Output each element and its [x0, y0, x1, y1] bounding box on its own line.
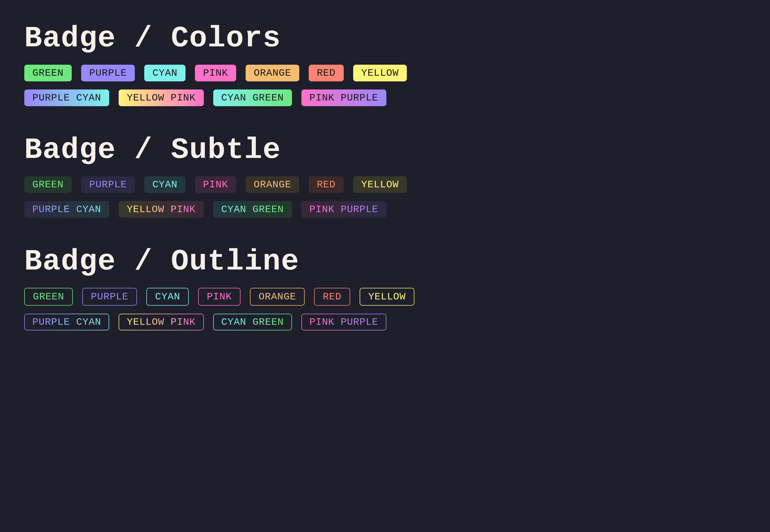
- badge-subtle-purple-cyan: PURPLE CYAN: [24, 201, 109, 218]
- badge-outline-cyan-green: CYAN GREEN: [213, 314, 292, 330]
- badge-subtle-cyan: CYAN: [144, 176, 185, 193]
- badge-solid-green: GREEN: [24, 65, 72, 81]
- badge-outline-pink: PINK: [198, 288, 240, 306]
- section-subtle-title: Badge / Subtle: [24, 133, 746, 167]
- badge-solid-cyan-green: CYAN GREEN: [213, 89, 292, 106]
- badge-subtle-yellow-pink: YELLOW PINK: [119, 201, 203, 218]
- section-colors: Badge / Colors GREEN PURPLE CYAN PINK OR…: [24, 22, 746, 106]
- badge-subtle-yellow-pink-label: YELLOW PINK: [127, 204, 195, 215]
- section-colors-title: Badge / Colors: [24, 22, 746, 55]
- badge-solid-cyan: CYAN: [144, 65, 185, 81]
- badge-solid-purple-cyan: PURPLE CYAN: [24, 89, 109, 106]
- badge-outline-purple: PURPLE: [82, 288, 137, 306]
- colors-row-1: GREEN PURPLE CYAN PINK ORANGE RED YELLOW: [24, 65, 746, 81]
- badge-outline-red: RED: [314, 288, 350, 306]
- badge-outline-cyan: CYAN: [146, 288, 189, 306]
- section-outline: Badge / Outline GREEN PURPLE CYAN PINK O…: [24, 245, 746, 330]
- subtle-row-1: GREEN PURPLE CYAN PINK ORANGE RED YELLOW: [24, 176, 746, 193]
- badge-outline-pink-purple-label: PINK PURPLE: [309, 316, 378, 328]
- badge-subtle-pink-purple: PINK PURPLE: [301, 201, 387, 218]
- section-outline-title: Badge / Outline: [24, 245, 746, 278]
- badge-outline-orange: ORANGE: [250, 288, 305, 306]
- badge-subtle-pink-purple-label: PINK PURPLE: [309, 204, 378, 215]
- section-subtle: Badge / Subtle GREEN PURPLE CYAN PINK OR…: [24, 133, 746, 218]
- outline-row-1: GREEN PURPLE CYAN PINK ORANGE RED YELLOW: [24, 288, 746, 306]
- badge-subtle-pink: PINK: [195, 176, 236, 193]
- badge-subtle-red: RED: [309, 176, 344, 193]
- badge-solid-pink-purple: PINK PURPLE: [301, 89, 387, 106]
- outline-row-2: PURPLE CYAN YELLOW PINK CYAN GREEN PINK …: [24, 314, 746, 330]
- badge-solid-red: RED: [309, 65, 344, 81]
- badge-subtle-yellow: YELLOW: [353, 176, 407, 193]
- badge-outline-green: GREEN: [24, 288, 73, 306]
- badge-outline-yellow-pink-label: YELLOW PINK: [127, 316, 195, 328]
- badge-solid-yellow: YELLOW: [353, 65, 407, 81]
- badge-outline-pink-purple: PINK PURPLE: [301, 314, 387, 330]
- badge-outline-purple-cyan-label: PURPLE CYAN: [32, 316, 101, 328]
- badge-solid-orange: ORANGE: [246, 65, 299, 81]
- badge-outline-purple-cyan: PURPLE CYAN: [24, 314, 109, 330]
- badge-outline-cyan-green-label: CYAN GREEN: [221, 316, 284, 328]
- badge-solid-yellow-pink: YELLOW PINK: [119, 89, 203, 106]
- badge-solid-purple: PURPLE: [81, 65, 135, 81]
- badge-subtle-orange: ORANGE: [246, 176, 299, 193]
- subtle-row-2: PURPLE CYAN YELLOW PINK CYAN GREEN PINK …: [24, 201, 746, 218]
- badge-outline-yellow: YELLOW: [360, 288, 415, 306]
- badge-subtle-cyan-green: CYAN GREEN: [213, 201, 292, 218]
- badge-solid-pink: PINK: [195, 65, 236, 81]
- badge-subtle-purple-cyan-label: PURPLE CYAN: [32, 204, 101, 215]
- badge-subtle-cyan-green-label: CYAN GREEN: [221, 204, 284, 215]
- badge-subtle-purple: PURPLE: [81, 176, 135, 193]
- badge-outline-yellow-pink: YELLOW PINK: [119, 314, 203, 330]
- badge-subtle-green: GREEN: [24, 176, 72, 193]
- colors-row-2: PURPLE CYAN YELLOW PINK CYAN GREEN PINK …: [24, 89, 746, 106]
